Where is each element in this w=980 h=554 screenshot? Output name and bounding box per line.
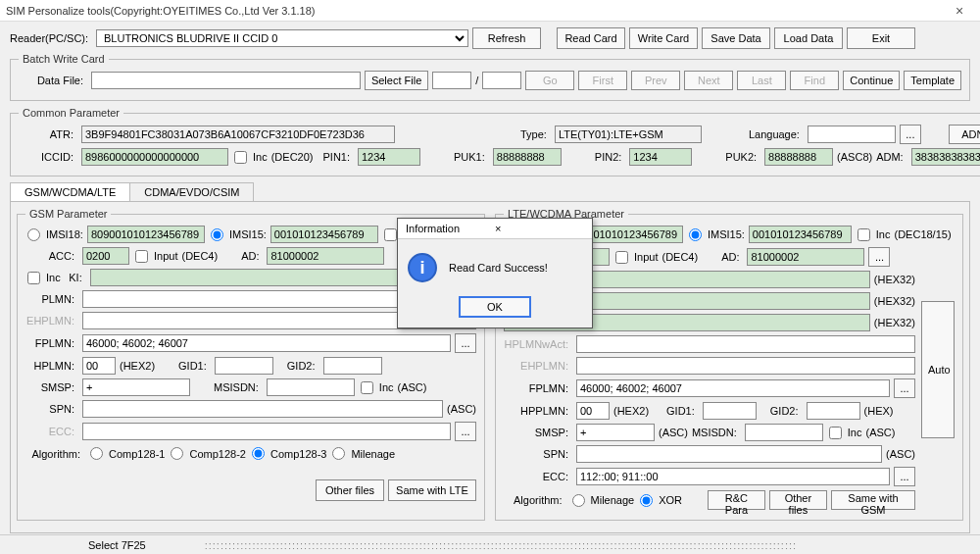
lte-ehplmn-input[interactable]: [576, 357, 915, 375]
pin1-input[interactable]: [358, 148, 420, 166]
lte-auto-button[interactable]: Auto: [921, 301, 955, 438]
gsm-hplmn-input[interactable]: [82, 357, 116, 375]
datafile-input[interactable]: [91, 72, 361, 89]
read-card-button[interactable]: Read Card: [557, 27, 625, 49]
lte-same-gsm-button[interactable]: Same with GSM: [831, 490, 915, 510]
gsm-comp2-radio[interactable]: [171, 447, 183, 460]
lte-fplmn-input[interactable]: [576, 379, 890, 397]
lte-imsi15-radio[interactable]: [689, 228, 702, 241]
batch-fieldset: Batch Write Card Data File: Select File …: [10, 53, 970, 101]
gsm-inc-checkbox[interactable]: [384, 228, 397, 241]
refresh-button[interactable]: Refresh: [472, 27, 541, 49]
template-button[interactable]: Template: [904, 71, 961, 90]
pin2-input[interactable]: [629, 148, 692, 166]
gsm-milenage-radio[interactable]: [332, 447, 345, 460]
write-card-button[interactable]: Write Card: [629, 27, 698, 49]
select-file-button[interactable]: Select File: [365, 71, 428, 90]
common-fieldset: Common Parameter ATR: Type: Language: ..…: [10, 107, 980, 176]
gsm-input-checkbox[interactable]: [135, 250, 148, 263]
lte-hpplmn-label: HPPLMN:: [504, 405, 572, 417]
lte-ad-label: AD:: [721, 251, 743, 263]
lte-ecc-input[interactable]: [576, 468, 890, 485]
gsm-spn-input[interactable]: [82, 400, 443, 418]
lte-msisdn-inc-checkbox[interactable]: [829, 427, 842, 439]
lte-ecc-dots[interactable]: ...: [894, 467, 915, 486]
gsm-ki-inc-label: Inc: [46, 272, 61, 283]
language-dots-button[interactable]: ...: [900, 125, 921, 144]
lte-xor-radio[interactable]: [640, 494, 653, 507]
gsm-imsi15-input[interactable]: [270, 226, 378, 243]
lte-spn-input[interactable]: [576, 445, 882, 463]
dialog-close-icon[interactable]: ×: [495, 223, 584, 234]
gsm-gid1-input[interactable]: [215, 357, 273, 375]
lte-milenage-radio[interactable]: [572, 494, 585, 507]
lte-rc-para-button[interactable]: R&C Para: [708, 490, 765, 510]
dialog-ok-button[interactable]: OK: [459, 296, 531, 318]
lte-gid1-input[interactable]: [703, 402, 757, 420]
lte-ad-dots[interactable]: ...: [868, 247, 890, 267]
lte-imsi15-label: IMSI15:: [708, 228, 745, 240]
lte-hex2: (HEX2): [613, 405, 649, 417]
gsm-imsi18-input[interactable]: [87, 226, 205, 243]
gsm-msisdn-label: MSISDN:: [214, 381, 263, 393]
close-icon[interactable]: ×: [945, 3, 974, 19]
gsm-ki-inc-checkbox[interactable]: [27, 272, 40, 284]
last-button: Last: [737, 71, 786, 90]
continue-button[interactable]: Continue: [843, 71, 900, 90]
asc8-hint: (ASC8): [837, 151, 872, 163]
gsm-imsi18-radio[interactable]: [27, 228, 40, 241]
gsm-ecc-dots[interactable]: ...: [455, 422, 476, 441]
lte-smsp-input[interactable]: [576, 424, 655, 441]
gsm-fplmn-dots[interactable]: ...: [455, 333, 476, 353]
adn-button[interactable]: ADN: [949, 125, 980, 144]
gsm-ad-input[interactable]: [267, 247, 384, 265]
gsm-msisdn-inc-label: Inc: [379, 381, 394, 393]
load-data-button[interactable]: Load Data: [774, 27, 843, 49]
puk1-input[interactable]: [493, 148, 562, 166]
language-input[interactable]: [808, 126, 896, 143]
lte-hpplmn-input[interactable]: [576, 402, 610, 420]
lte-msisdn-inc-label: Inc: [848, 427, 862, 438]
gsm-msisdn-inc-checkbox[interactable]: [361, 381, 373, 394]
batch-pos-input[interactable]: [432, 72, 471, 89]
lte-gid2-input[interactable]: [807, 402, 860, 420]
statusbar: Select 7F25 ::::::::::::::::::::::::::::…: [0, 534, 980, 554]
batch-legend: Batch Write Card: [19, 53, 109, 65]
gsm-same-lte-button[interactable]: Same with LTE: [388, 479, 476, 501]
lte-hplmnwact-input[interactable]: [576, 335, 915, 353]
gsm-imsi15-radio[interactable]: [211, 228, 223, 241]
save-data-button[interactable]: Save Data: [702, 27, 770, 49]
gsm-other-files-button[interactable]: Other files: [316, 479, 384, 501]
lte-input-checkbox[interactable]: [615, 251, 628, 264]
gsm-gid2-label: GID2:: [287, 360, 319, 372]
tab-cdma-evdo-csim[interactable]: CDMA/EVDO/CSIM: [129, 182, 254, 201]
gsm-gid1-label: GID1:: [178, 360, 211, 372]
iccid-inc-label: Inc: [253, 151, 268, 163]
tab-gsm-wcdma-lte[interactable]: GSM/WCDMA/LTE: [10, 182, 130, 201]
gsm-ecc-input[interactable]: [82, 423, 451, 440]
exit-button[interactable]: Exit: [847, 27, 915, 49]
iccid-input[interactable]: [81, 148, 228, 166]
lte-fplmn-dots[interactable]: ...: [894, 378, 915, 398]
lte-inc-label: Inc: [876, 228, 891, 240]
gsm-acc-input[interactable]: [82, 247, 129, 265]
reader-label: Reader(PC/SC):: [10, 32, 92, 44]
puk2-input[interactable]: [764, 148, 833, 166]
gsm-msisdn-input[interactable]: [267, 378, 355, 396]
adm-input[interactable]: [911, 148, 980, 166]
gsm-smsp-input[interactable]: [82, 378, 190, 396]
pin1-label: PIN1:: [322, 151, 354, 163]
gsm-comp3-radio[interactable]: [252, 447, 265, 460]
lte-algo-label: Algorithm:: [504, 494, 566, 506]
gsm-comp1-radio[interactable]: [90, 447, 103, 460]
iccid-inc-checkbox[interactable]: [234, 151, 247, 164]
lte-imsi15-input[interactable]: [749, 226, 852, 243]
reader-select[interactable]: BLUTRONICS BLUDRIVE II CCID 0: [96, 29, 468, 47]
lte-ad-input[interactable]: [747, 248, 864, 266]
gsm-fplmn-input[interactable]: [82, 334, 451, 352]
batch-total-input[interactable]: [482, 72, 521, 89]
gsm-gid2-input[interactable]: [323, 357, 382, 375]
lte-msisdn-input[interactable]: [745, 424, 823, 441]
lte-other-files-button[interactable]: Other files: [769, 490, 827, 510]
lte-inc-checkbox[interactable]: [858, 228, 870, 241]
